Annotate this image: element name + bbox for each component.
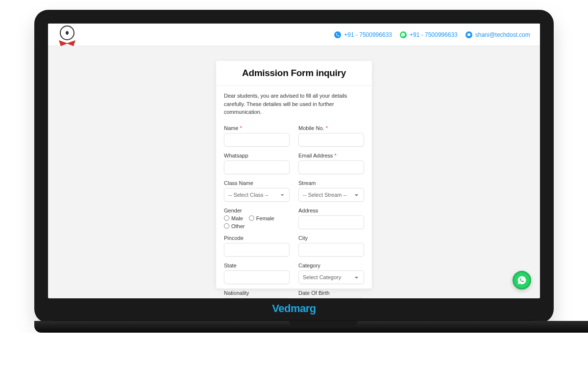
whatsapp-input[interactable] [224,160,290,174]
field-category: Category Select Category [298,263,364,284]
laptop-mockup: +91 - 7500996633 +91 - 7500996633 shani@… [34,10,554,333]
contact-phone[interactable]: +91 - 7500996633 [334,31,392,38]
pincode-input[interactable] [224,243,290,257]
whatsapp-icon [400,31,407,38]
address-label: Address [298,208,364,213]
app-body: Admission Form inquiry Dear students, yo… [48,46,540,298]
gender-other[interactable]: Other [224,223,245,229]
field-pincode: Pincode [224,235,290,257]
stream-label: Stream [298,180,364,186]
pincode-label: Pincode [224,235,290,241]
field-city: City [298,235,364,257]
email-input[interactable] [298,160,364,174]
field-dob: Date Of Birth dd/mm/yyyy [298,290,364,299]
gender-radios: Male Female Other [224,215,290,229]
field-state: State [224,263,290,284]
contact-row: +91 - 7500996633 +91 - 7500996633 shani@… [334,31,530,38]
city-label: City [298,235,364,241]
brand-logo: Vedmarg [272,302,316,315]
logo-circle-icon [60,26,74,40]
school-logo[interactable] [58,26,76,44]
state-input[interactable] [224,270,290,284]
field-address: Address [298,208,364,229]
contact-email-text: shani@techdost.com [475,31,530,38]
contact-whatsapp-text: +91 - 7500996633 [410,31,458,38]
whatsapp-label: Whatsapp [224,153,290,158]
stream-select[interactable]: -- Select Stream -- [298,188,364,202]
whatsapp-float-icon [517,275,527,285]
header-bar: +91 - 7500996633 +91 - 7500996633 shani@… [48,24,540,46]
laptop-chin: Vedmarg [48,298,540,323]
field-class: Class Name -- Select Class -- [224,180,290,202]
gender-female[interactable]: Female [249,215,274,221]
name-label: Name * [224,125,290,131]
field-email: Email Address * [298,153,364,174]
mobile-input[interactable] [298,133,364,147]
laptop-notch [289,321,358,326]
state-label: State [224,263,290,268]
admission-form-card: Admission Form inquiry Dear students, yo… [216,61,372,289]
address-input[interactable] [298,215,364,229]
field-nationality: Nationality [224,290,290,299]
field-name: Name * [224,125,290,147]
laptop-base [34,321,588,333]
contact-phone-text: +91 - 7500996633 [344,31,392,38]
email-label: Email Address * [298,153,364,158]
class-select[interactable]: -- Select Class -- [224,188,290,202]
city-input[interactable] [298,243,364,257]
nationality-label: Nationality [224,290,290,296]
field-gender: Gender Male Female Other [224,208,290,229]
app-screen: +91 - 7500996633 +91 - 7500996633 shani@… [48,24,540,298]
phone-icon [334,31,341,38]
field-mobile: Mobile No. * [298,125,364,147]
form-grid: Name * Mobile No. * Whatsapp [224,125,364,299]
whatsapp-float-button[interactable] [513,271,531,289]
gender-label: Gender [224,208,290,213]
field-stream: Stream -- Select Stream -- [298,180,364,202]
field-whatsapp: Whatsapp [224,153,290,174]
mobile-label: Mobile No. * [298,125,364,131]
form-title: Admission Form inquiry [221,68,367,79]
form-description: Dear students, you are advised to fill a… [224,92,364,116]
gender-male[interactable]: Male [224,215,243,221]
category-label: Category [298,263,364,268]
category-select[interactable]: Select Category [298,270,364,284]
dob-label: Date Of Birth [298,290,364,296]
laptop-screen-frame: +91 - 7500996633 +91 - 7500996633 shani@… [34,10,554,323]
contact-whatsapp[interactable]: +91 - 7500996633 [400,31,458,38]
name-input[interactable] [224,133,290,147]
message-icon [466,31,472,38]
class-label: Class Name [224,180,290,186]
form-header: Admission Form inquiry [216,61,372,86]
logo-ribbon-icon [58,39,76,45]
contact-email[interactable]: shani@techdost.com [466,31,530,38]
